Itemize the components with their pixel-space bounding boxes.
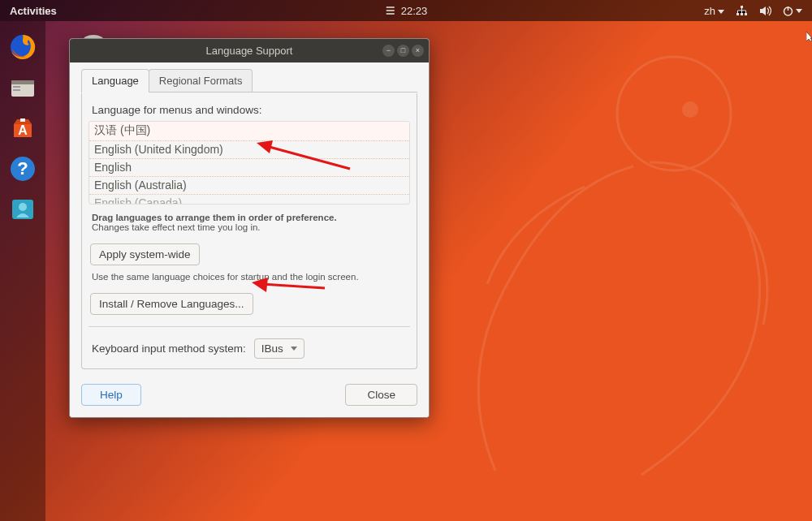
clock[interactable]: 22:23	[385, 5, 428, 17]
separator	[89, 326, 410, 327]
svg-point-0	[617, 57, 731, 170]
svg-rect-4	[741, 13, 743, 15]
close-window-button[interactable]: ×	[412, 45, 424, 57]
list-item[interactable]: English (Australia)	[89, 177, 409, 195]
list-item[interactable]: English (United Kingdom)	[89, 141, 409, 159]
tab-strip: Language Regional Formats	[70, 62, 429, 93]
dock-contacts[interactable]	[5, 192, 41, 227]
svg-rect-3	[736, 13, 739, 15]
wallpaper-bird	[438, 32, 812, 487]
tab-panel-language: Language for menus and windows: 汉语 (中国) …	[81, 93, 417, 369]
volume-icon[interactable]	[759, 6, 771, 16]
list-item[interactable]: English (Canada)	[89, 195, 409, 205]
svg-text:A: A	[18, 123, 28, 137]
tab-regional-formats[interactable]: Regional Formats	[149, 69, 253, 93]
network-icon[interactable]	[736, 6, 748, 16]
dock-software[interactable]: A	[5, 110, 41, 146]
help-button[interactable]: Help	[81, 384, 141, 406]
close-button[interactable]: Close	[345, 384, 417, 406]
install-remove-languages-button[interactable]: Install / Remove Languages...	[90, 293, 253, 315]
svg-rect-2	[741, 6, 743, 8]
language-support-dialog: Language Support − □ × Language Regional…	[69, 38, 430, 418]
keyboard-method-value: IBus	[261, 342, 283, 355]
minimize-button[interactable]: −	[382, 45, 395, 57]
topbar: Activities 22:23 zh	[0, 0, 812, 21]
keyboard-method-select[interactable]: IBus	[254, 338, 304, 359]
tab-language[interactable]: Language	[81, 69, 149, 93]
dock-files[interactable]	[5, 70, 41, 105]
menu-icon	[385, 6, 396, 15]
power-icon[interactable]	[783, 6, 802, 16]
dock-firefox[interactable]	[5, 29, 41, 65]
activities-button[interactable]: Activities	[10, 5, 57, 17]
drag-hint-sub: Changes take effect next time you log in…	[89, 222, 410, 240]
chevron-down-icon	[291, 347, 297, 351]
apply-system-wide-button[interactable]: Apply system-wide	[90, 243, 200, 265]
clock-time: 22:23	[401, 5, 428, 17]
svg-rect-5	[745, 13, 747, 15]
svg-rect-10	[11, 80, 34, 84]
list-item[interactable]: 汉语 (中国)	[89, 122, 409, 141]
lang-list-label: Language for menus and windows:	[89, 104, 410, 121]
dock-help[interactable]: ?	[5, 151, 41, 187]
svg-point-18	[19, 203, 27, 211]
dialog-button-bar: Help Close	[70, 376, 429, 417]
svg-rect-12	[13, 89, 20, 91]
svg-text:?: ?	[17, 158, 28, 179]
dock: A ?	[0, 21, 45, 521]
maximize-button[interactable]: □	[397, 45, 409, 57]
drag-hint-bold: Drag languages to arrange them in order …	[89, 205, 410, 222]
titlebar[interactable]: Language Support − □ ×	[70, 39, 429, 62]
list-item[interactable]: English	[89, 159, 409, 177]
cursor-icon	[806, 30, 812, 40]
svg-point-1	[682, 101, 698, 118]
input-source-indicator[interactable]: zh	[704, 5, 724, 17]
svg-rect-11	[13, 86, 20, 88]
svg-rect-13	[20, 118, 25, 122]
input-source-label: zh	[704, 5, 715, 17]
language-order-list[interactable]: 汉语 (中国) English (United Kingdom) English…	[89, 121, 410, 205]
apply-hint: Use the same language choices for startu…	[89, 265, 410, 282]
window-title: Language Support	[206, 45, 293, 57]
keyboard-method-label: Keyboard input method system:	[92, 342, 246, 355]
